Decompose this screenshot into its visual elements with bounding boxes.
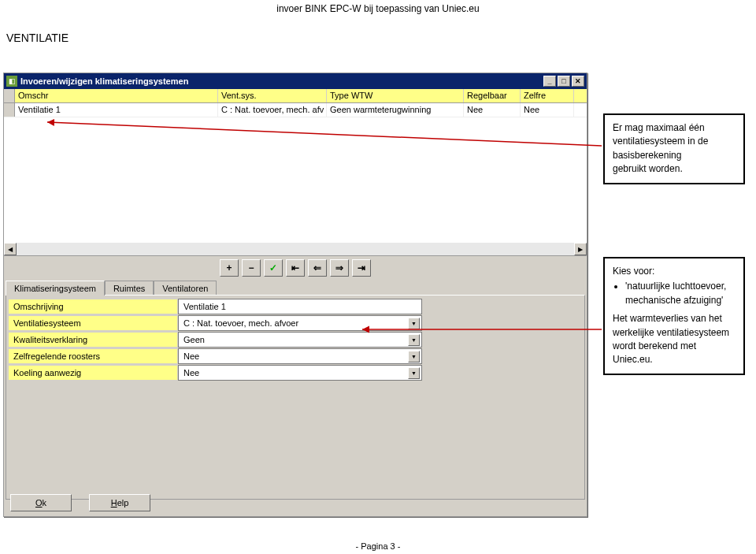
select-kwaliteitsverklaring[interactable]: Geen▼ <box>178 332 422 348</box>
col-header-regelbaar[interactable]: Regelbaar <box>464 89 521 102</box>
grid-header: Omschr Vent.sys. Type WTW Regelbaar Zelf… <box>4 89 587 103</box>
app-icon: ◧ <box>6 76 17 87</box>
close-button[interactable]: ✕ <box>572 76 584 87</box>
last-button[interactable]: ⇥ <box>352 259 371 277</box>
callout1-line: basisberekening <box>613 149 736 162</box>
record-toolbar: + − ✓ ⇤ ⇐ ⇒ ⇥ <box>4 256 587 280</box>
col-header-omschr[interactable]: Omschr <box>15 89 218 102</box>
callout2-paragraph: Het warmteverlies van het werkelijke ven… <box>613 312 736 367</box>
chevron-down-icon[interactable]: ▼ <box>408 318 420 329</box>
add-button[interactable]: + <box>220 259 239 277</box>
ok-button[interactable]: Ok <box>10 494 72 511</box>
first-button[interactable]: ⇤ <box>286 259 305 277</box>
cell-omschr[interactable]: Ventilatie 1 <box>15 103 218 117</box>
minimize-button[interactable]: _ <box>543 76 556 87</box>
col-header-typewtw[interactable]: Type WTW <box>327 89 464 102</box>
label-koeling: Koeling aanwezig <box>8 365 178 381</box>
row-header-cell <box>4 89 15 102</box>
titlebar[interactable]: ◧ Invoeren/wijzigen klimatiseringsysteme… <box>4 73 587 89</box>
tab-ventilatoren[interactable]: Ventilatoren <box>154 281 217 296</box>
callout2-bullet: 'natuurlijke luchttoevoer, mechanische a… <box>625 280 736 307</box>
label-zelfregelende: Zelfregelende roosters <box>8 348 178 364</box>
prev-button[interactable]: ⇐ <box>308 259 327 277</box>
callout1-line: gebruikt worden. <box>613 162 736 176</box>
select-ventilatiesysteem[interactable]: C : Nat. toevoer, mech. afvoer▼ <box>178 315 422 331</box>
page-header: invoer BINK EPC-W bij toepassing van Uni… <box>0 0 756 17</box>
cell-regelbaar[interactable]: Nee <box>464 103 521 117</box>
scroll-right-icon[interactable]: ▶ <box>574 243 587 255</box>
confirm-button[interactable]: ✓ <box>264 259 283 277</box>
next-button[interactable]: ⇒ <box>330 259 349 277</box>
chevron-down-icon[interactable]: ▼ <box>408 334 420 346</box>
chevron-down-icon[interactable]: ▼ <box>408 351 420 363</box>
select-koeling[interactable]: Nee▼ <box>178 365 422 381</box>
scroll-left-icon[interactable]: ◀ <box>4 243 17 255</box>
form-panel: Omschrijving Ventilatie 1 Ventilatiesyst… <box>6 295 585 500</box>
cell-zelfre[interactable]: Nee <box>521 103 574 117</box>
tab-ruimtes[interactable]: Ruimtes <box>105 281 154 296</box>
grid-body[interactable]: Ventilatie 1 C : Nat. toevoer, mech. afv… <box>4 103 587 256</box>
select-zelfregelende[interactable]: Nee▼ <box>178 348 422 364</box>
window-title: Invoeren/wijzigen klimatiseringsystemen <box>20 76 543 86</box>
tab-klimatiseringsysteem[interactable]: Klimatiseringsysteem <box>6 281 105 296</box>
input-omschrijving[interactable]: Ventilatie 1 <box>178 299 422 314</box>
page-footer: - Pagina 3 - <box>0 541 756 551</box>
dialog-window: ◧ Invoeren/wijzigen klimatiseringsysteme… <box>3 73 587 517</box>
horizontal-scrollbar[interactable]: ◀ ▶ <box>4 243 587 255</box>
maximize-button[interactable]: □ <box>558 76 570 87</box>
tab-strip: Klimatiseringsysteem Ruimtes Ventilatore… <box>4 280 587 295</box>
scroll-track[interactable] <box>17 243 574 255</box>
callout-box-1: Er mag maximaal één ventilatiesysteem in… <box>603 113 745 184</box>
help-button[interactable]: Help <box>89 494 150 511</box>
label-omschrijving: Omschrijving <box>8 299 178 314</box>
callout-box-2: Kies voor: 'natuurlijke luchttoevoer, me… <box>603 257 745 375</box>
chevron-down-icon[interactable]: ▼ <box>408 367 420 379</box>
label-kwaliteitsverklaring: Kwaliteitsverklaring <box>8 332 178 348</box>
cell-typewtw[interactable]: Geen warmteterugwinning <box>327 103 464 117</box>
col-header-zelfre[interactable]: Zelfre <box>521 89 574 102</box>
col-header-ventsys[interactable]: Vent.sys. <box>218 89 327 102</box>
callout2-intro: Kies voor: <box>613 265 736 278</box>
row-selector[interactable] <box>4 103 15 117</box>
remove-button[interactable]: − <box>242 259 261 277</box>
table-row[interactable]: Ventilatie 1 C : Nat. toevoer, mech. afv… <box>4 103 587 117</box>
section-title: VENTILATIE <box>0 17 756 50</box>
callout1-line: Er mag maximaal één <box>613 121 736 135</box>
callout1-line: ventilatiesysteem in de <box>613 135 736 148</box>
label-ventilatiesysteem: Ventilatiesysteem <box>8 315 178 331</box>
cell-ventsys[interactable]: C : Nat. toevoer, mech. afv <box>218 103 327 117</box>
